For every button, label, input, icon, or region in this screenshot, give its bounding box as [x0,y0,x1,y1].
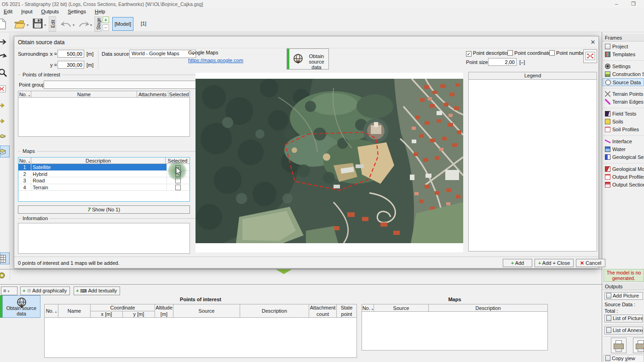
show-map-button[interactable]: 7 Show (No 1) [18,205,190,214]
minimize-button[interactable]: – [610,0,623,8]
menu-outputs[interactable]: Outputs [38,8,63,16]
map-row-hybrid[interactable]: 2 Hybrid [18,171,190,178]
undo-dropdown[interactable]: ▾ [73,23,75,27]
stage-remove-button[interactable]: − [103,24,109,31]
col-description[interactable]: Description [31,158,166,163]
sidebar-item-output-sections[interactable]: Output Section [603,181,644,189]
menu-edit[interactable]: Edit [0,8,16,16]
map-row-satellite[interactable]: 1 Satellite ✓ [18,164,190,171]
col-no[interactable]: No. ▴ [45,304,58,317]
cancel-button[interactable]: ✕ Cancel [576,259,605,267]
sidebar-item-settings[interactable]: Settings [603,63,644,70]
obtain-source-data-button[interactable]: Obtain source data [2,295,40,318]
provider-link[interactable]: https://maps.google.com [188,58,243,63]
menu-input[interactable]: Input [17,8,36,16]
col-no[interactable]: No. ▴ [362,304,374,311]
sidebar-item-project[interactable]: Project [603,43,644,51]
satellite-map-image[interactable] [196,79,463,243]
dialog-close-button[interactable]: ✕ [588,38,598,47]
redo-icon[interactable] [77,19,90,29]
undo-icon[interactable] [60,19,73,29]
save-dropdown[interactable]: ▾ [44,23,46,27]
table-tool-icon[interactable] [0,254,8,263]
open-file-dropdown[interactable]: ▾ [27,23,29,27]
list-menu-button[interactable]: ≡ ▾ [1,286,17,295]
surroundings-y-input[interactable] [58,61,84,69]
save-icon[interactable] [32,18,43,30]
col-no[interactable]: No. ▴ [18,91,31,97]
add-textually-button[interactable]: + ⌨ Add textually [74,286,120,295]
col-coordinate[interactable]: Coordinate x [m]y [m] [91,304,155,317]
sidebar-item-templates[interactable]: Templates [603,51,644,58]
orbit-arrow-icon[interactable] [0,53,8,60]
col-no[interactable]: No. ▴ [18,158,31,163]
point-number-checkbox[interactable]: Point number [549,50,586,56]
add-graphically-button[interactable]: + ☉ Add graphically [20,286,70,295]
col-name[interactable]: Name [31,91,137,97]
obtain-source-data-dialog-button[interactable]: Obtain source data [287,48,329,70]
next-view-icon[interactable] [0,118,8,124]
point-size-input[interactable] [488,58,517,66]
menu-settings[interactable]: Settings [64,8,90,16]
surroundings-x-input[interactable] [58,50,84,58]
open-file-icon[interactable] [14,18,26,29]
zoom-extents-button[interactable] [583,49,597,63]
col-state-point[interactable]: State point [337,304,356,317]
view-box-icon[interactable] [0,133,8,142]
prev-view-icon[interactable] [0,102,8,109]
edit-mode-button[interactable]: Edit [49,16,56,32]
view-box-active-icon[interactable] [0,147,8,157]
stage-1-button[interactable]: [1] [137,17,150,31]
x-icon: ✕ [580,260,584,266]
sidebar-item-soil-profiles[interactable]: Soil Profiles [603,126,644,134]
sidebar-item-terrain-edges[interactable]: Terrain Edges [603,98,644,106]
settings-tool-icon[interactable] [0,271,8,280]
col-name[interactable]: Name [58,304,91,317]
sidebar-item-geological-sections[interactable]: Geological Sect [603,153,644,161]
data-source-select[interactable]: World - Google Maps ▾ [129,50,196,58]
stage-add-button[interactable]: + [103,17,109,23]
vertical-splitter[interactable] [602,32,602,362]
zoom-icon[interactable] [0,68,8,77]
point-description-checkbox[interactable]: ✓ Point description [466,50,510,57]
sidebar-item-output-profiles[interactable]: Output Profiles [603,173,644,181]
print-button[interactable] [611,338,627,353]
add-button[interactable]: + Add [503,259,532,267]
model-stage-button[interactable]: [Model] [112,17,133,31]
col-source[interactable]: Source [173,304,240,317]
col-description[interactable]: Description [240,304,309,317]
map-row-terrain[interactable]: 4 Terrain [18,184,190,191]
col-attachments[interactable]: Attachments [137,91,168,97]
col-attachment-count[interactable]: Attachment count [309,304,337,317]
zoom-extents-icon[interactable] [0,85,8,94]
sidebar-item-field-tests[interactable]: Field Tests [603,110,644,118]
sidebar-item-construction-site[interactable]: Construction S [603,70,644,78]
pan-arrow-icon[interactable] [0,39,8,45]
col-description[interactable]: Description [429,304,547,311]
col-selected[interactable]: Selected [168,91,190,97]
point-coordinates-checkbox[interactable]: Point coordinates [507,50,553,56]
list-of-annexes-button[interactable]: List of Annexes [604,327,643,334]
copy-view-button[interactable]: Copy view [604,355,644,362]
sidebar-item-source-data[interactable]: Source Data [603,78,644,86]
restore-button[interactable]: ❐ [627,0,640,8]
sidebar-item-interface[interactable]: Interface [603,138,644,146]
point-size-label: Point size : [466,59,491,65]
print-preview-button[interactable] [633,338,644,353]
sidebar-item-geological-model[interactable]: Geological Mo [603,165,644,173]
point-group-select[interactable]: ▾ [44,81,204,89]
map-row-road[interactable]: 3 Road [18,177,190,184]
frame-resize-arrow[interactable] [276,269,292,274]
add-close-button[interactable]: + Add + Close [535,259,574,267]
col-source[interactable]: Source [374,304,429,311]
add-picture-button[interactable]: Add Picture [604,292,643,300]
list-of-pictures-button[interactable]: List of Pictures [604,315,643,322]
sidebar-item-water[interactable]: Water [603,146,644,153]
redo-dropdown[interactable]: ▾ [90,23,92,27]
menu-help[interactable]: Help [91,8,109,16]
col-altitude[interactable]: Altitude [m] [155,304,173,317]
sidebar-item-terrain-points[interactable]: Terrain Points [603,90,644,98]
new-file-icon[interactable] [0,18,6,29]
sidebar-item-soils[interactable]: Soils [603,118,644,126]
status-separator [14,257,598,257]
